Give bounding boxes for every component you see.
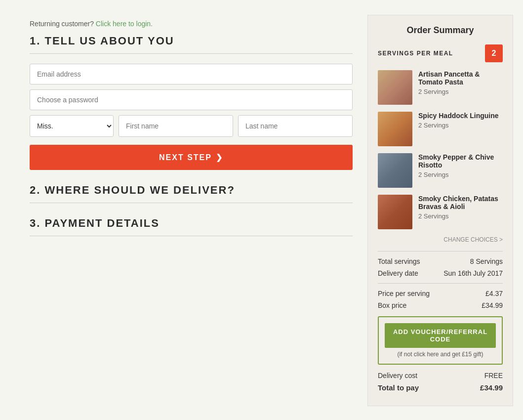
meal-info-3: Smoky Pepper & Chive Risotto 2 Servings xyxy=(418,153,503,178)
price-per-serving-value: £4.37 xyxy=(485,290,503,297)
next-step-arrow-icon: ❯ xyxy=(216,153,223,162)
box-price-value: £34.99 xyxy=(482,301,503,309)
total-servings-label: Total servings xyxy=(378,257,420,265)
total-to-pay-value: £34.99 xyxy=(480,383,503,392)
delivery-cost-value: FREE xyxy=(484,372,503,379)
voucher-section: ADD VOUCHER/REFERRAL CODE (if not click … xyxy=(378,316,503,365)
delivery-date-row: Delivery date Sun 16th July 2017 xyxy=(378,269,503,277)
section-3-divider xyxy=(30,236,353,236)
login-link[interactable]: Click here to login. xyxy=(96,20,153,28)
meal-image-2 xyxy=(378,112,412,146)
total-to-pay-label: Total to pay xyxy=(378,383,419,392)
total-to-pay-row: Total to pay £34.99 xyxy=(378,383,503,392)
meal-image-4 xyxy=(378,195,412,229)
total-servings-value: 8 Servings xyxy=(470,257,503,265)
returning-customer-text: Returning customer? Click here to login. xyxy=(30,20,353,28)
section-3: 3. Payment Details xyxy=(30,217,353,236)
delivery-date-value: Sun 16th July 2017 xyxy=(443,269,503,277)
change-choices-link[interactable]: CHANGE CHOICES > xyxy=(378,236,503,243)
delivery-cost-row: Delivery cost FREE xyxy=(378,372,503,379)
meal-item-2: Spicy Haddock Linguine 2 Servings xyxy=(378,112,503,146)
title-select[interactable]: Miss. Mr. Mrs. Ms. Dr. xyxy=(30,115,114,137)
summary-divider-1 xyxy=(378,251,503,252)
meal-servings-3: 2 Servings xyxy=(418,171,503,178)
servings-badge: 2 xyxy=(485,44,503,62)
meal-image-3 xyxy=(378,153,412,188)
name-row: Miss. Mr. Mrs. Ms. Dr. xyxy=(30,115,353,137)
price-per-serving-label: Price per serving xyxy=(378,290,430,297)
meal-name-4: Smoky Chicken, Patatas Bravas & Aioli xyxy=(418,195,503,210)
meal-info-2: Spicy Haddock Linguine 2 Servings xyxy=(418,112,503,129)
last-name-input[interactable] xyxy=(238,115,353,137)
total-servings-row: Total servings 8 Servings xyxy=(378,257,503,265)
meal-image-1 xyxy=(378,70,412,105)
meal-servings-1: 2 Servings xyxy=(418,88,503,95)
section-2-divider xyxy=(30,203,353,203)
order-summary-sidebar: Order Summary SERVINGS PER MEAL 2 Artisa… xyxy=(367,15,513,406)
meal-item-1: Artisan Pancetta & Tomato Pasta 2 Servin… xyxy=(378,70,503,105)
voucher-button[interactable]: ADD VOUCHER/REFERRAL CODE xyxy=(385,323,496,348)
meal-info-1: Artisan Pancetta & Tomato Pasta 2 Servin… xyxy=(418,70,503,95)
main-content: Returning customer? Click here to login.… xyxy=(30,15,353,406)
voucher-sub-text: (if not click here and get £15 gift) xyxy=(385,351,496,358)
section-1-title: 1. Tell us about you xyxy=(30,35,353,47)
meal-item-4: Smoky Chicken, Patatas Bravas & Aioli 2 … xyxy=(378,195,503,229)
section-1-divider xyxy=(30,53,353,54)
servings-label: SERVINGS PER MEAL xyxy=(378,50,453,57)
section-2: 2. Where should we deliver? xyxy=(30,184,353,203)
password-input[interactable] xyxy=(30,89,353,110)
meal-servings-4: 2 Servings xyxy=(418,212,503,220)
meal-name-3: Smoky Pepper & Chive Risotto xyxy=(418,153,503,169)
section-2-title: 2. Where should we deliver? xyxy=(30,184,353,197)
meal-servings-2: 2 Servings xyxy=(418,122,503,129)
meal-info-4: Smoky Chicken, Patatas Bravas & Aioli 2 … xyxy=(418,195,503,220)
price-per-serving-row: Price per serving £4.37 xyxy=(378,290,503,297)
first-name-input[interactable] xyxy=(119,115,233,137)
delivery-date-label: Delivery date xyxy=(378,269,418,277)
box-price-row: Box price £34.99 xyxy=(378,301,503,309)
meals-list: Artisan Pancetta & Tomato Pasta 2 Servin… xyxy=(378,70,503,229)
summary-divider-2 xyxy=(378,283,503,284)
servings-header: SERVINGS PER MEAL 2 xyxy=(378,44,503,62)
meal-name-2: Spicy Haddock Linguine xyxy=(418,112,503,120)
section-3-title: 3. Payment Details xyxy=(30,217,353,230)
delivery-cost-label: Delivery cost xyxy=(378,372,417,379)
sidebar-title: Order Summary xyxy=(378,25,503,36)
next-step-button[interactable]: NEXT STEP ❯ xyxy=(30,145,353,170)
meal-name-1: Artisan Pancetta & Tomato Pasta xyxy=(418,70,503,86)
meal-item-3: Smoky Pepper & Chive Risotto 2 Servings xyxy=(378,153,503,188)
box-price-label: Box price xyxy=(378,301,406,309)
email-input[interactable] xyxy=(30,64,353,84)
section-1: 1. Tell us about you Miss. Mr. Mrs. Ms. … xyxy=(30,35,353,170)
